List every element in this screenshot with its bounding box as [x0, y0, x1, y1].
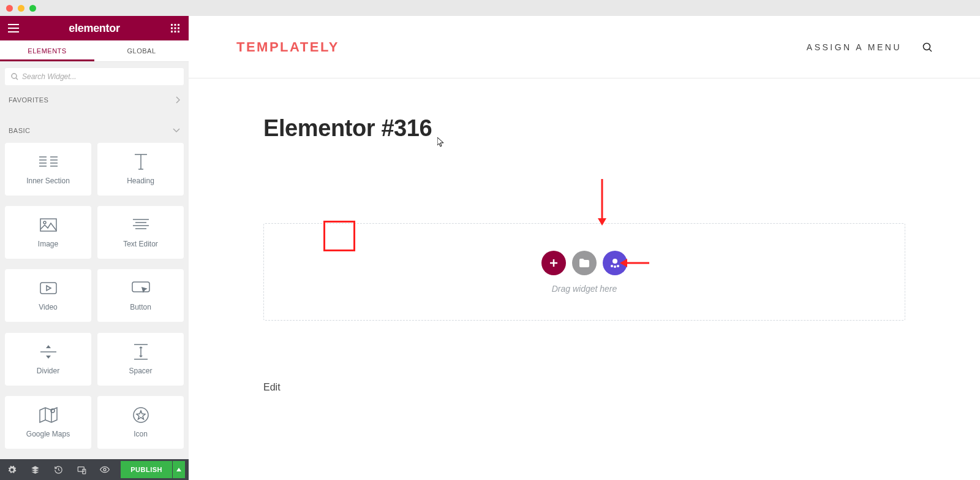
elementor-logo: elementor	[69, 22, 119, 35]
widget-text-editor[interactable]: Text Editor	[97, 206, 184, 259]
plus-icon	[549, 258, 559, 268]
widget-heading[interactable]: Heading	[97, 143, 184, 196]
site-brand[interactable]: TEMPLATELY	[236, 39, 339, 55]
svg-rect-2	[178, 24, 179, 26]
heading-icon	[132, 153, 149, 170]
widget-label: Text Editor	[123, 240, 158, 248]
widget-label: Spacer	[129, 367, 152, 375]
svg-point-43	[612, 259, 617, 264]
site-search-button[interactable]	[922, 42, 932, 52]
section-favorites[interactable]: FAVORITES	[0, 88, 189, 112]
responsive-button[interactable]	[70, 459, 93, 480]
maximize-window-icon[interactable]	[29, 5, 36, 12]
section-basic[interactable]: BASIC	[0, 112, 189, 143]
tab-global[interactable]: GLOBAL	[94, 40, 189, 61]
site-header: TEMPLATELY ASSIGN A MENU	[189, 16, 980, 78]
widget-label: Icon	[134, 430, 148, 438]
svg-point-44	[611, 265, 613, 267]
widget-divider[interactable]: Divider	[5, 333, 91, 386]
svg-point-9	[12, 74, 17, 78]
annotation-arrow-down-icon	[598, 179, 606, 226]
add-section-buttons	[541, 251, 627, 275]
svg-rect-1	[174, 24, 176, 26]
add-section-button[interactable]	[541, 251, 566, 275]
navigator-button[interactable]	[23, 459, 47, 480]
widgets-grid: Inner Section Heading Image Text Editor …	[0, 143, 189, 459]
svg-point-45	[614, 265, 616, 268]
gear-icon	[7, 465, 17, 474]
publish-options-button[interactable]	[173, 461, 185, 478]
svg-rect-5	[178, 28, 179, 29]
svg-line-10	[16, 78, 18, 80]
edit-link[interactable]: Edit	[263, 382, 281, 393]
window-chrome	[0, 0, 980, 16]
widget-label: Heading	[127, 177, 154, 185]
svg-rect-3	[171, 28, 173, 29]
svg-rect-7	[174, 31, 176, 32]
elementor-sidebar: elementor ELEMENTS GLOBAL Search Widget.…	[0, 16, 189, 480]
svg-rect-8	[178, 31, 179, 32]
close-window-icon[interactable]	[6, 5, 13, 12]
widget-google-maps[interactable]: Google Maps	[5, 396, 91, 449]
svg-line-42	[929, 49, 932, 51]
tab-elements[interactable]: ELEMENTS	[0, 40, 94, 61]
publish-label: PUBLISH	[130, 466, 162, 473]
page-body: Elementor #316 Drag widget here	[189, 78, 980, 393]
map-icon	[39, 406, 58, 424]
devices-icon	[77, 465, 86, 474]
search-input[interactable]: Search Widget...	[5, 68, 184, 85]
eye-icon	[100, 466, 110, 473]
annotation-highlight	[323, 221, 355, 251]
svg-rect-0	[171, 24, 173, 26]
settings-button[interactable]	[0, 459, 23, 480]
widget-label: Video	[39, 303, 57, 311]
chevron-right-icon	[175, 96, 180, 104]
chevron-down-icon	[173, 128, 180, 133]
cursor-icon	[437, 137, 445, 147]
history-button[interactable]	[47, 459, 70, 480]
apps-grid-button[interactable]	[169, 22, 181, 34]
hamburger-menu-button[interactable]	[7, 22, 20, 34]
svg-rect-28	[40, 283, 56, 294]
layers-icon	[31, 465, 40, 474]
widget-label: Inner Section	[26, 177, 70, 185]
search-wrap: Search Widget...	[0, 62, 189, 88]
divider-icon	[40, 343, 56, 360]
widget-icon[interactable]: Icon	[97, 396, 184, 449]
svg-rect-4	[174, 28, 176, 29]
star-icon	[133, 406, 149, 424]
search-placeholder: Search Widget...	[22, 72, 77, 81]
assign-menu-link[interactable]: ASSIGN A MENU	[807, 42, 902, 52]
page-title: Elementor #316	[263, 115, 905, 142]
folder-icon	[579, 258, 590, 268]
search-icon	[922, 42, 932, 52]
panel-tabs: ELEMENTS GLOBAL	[0, 40, 189, 62]
sidebar-footer: PUBLISH	[0, 459, 189, 480]
annotation-arrow-left-icon	[620, 259, 649, 267]
section-basic-label: BASIC	[9, 127, 31, 134]
svg-point-46	[617, 265, 619, 267]
history-icon	[54, 465, 63, 474]
minimize-window-icon[interactable]	[18, 5, 24, 12]
svg-rect-22	[40, 219, 56, 231]
preview-button[interactable]	[93, 459, 116, 480]
templately-icon	[609, 257, 621, 269]
video-icon	[40, 280, 57, 297]
widget-inner-section[interactable]: Inner Section	[5, 143, 91, 196]
widget-spacer[interactable]: Spacer	[97, 333, 184, 386]
section-favorites-label: FAVORITES	[9, 96, 48, 104]
svg-point-23	[43, 221, 46, 224]
publish-button[interactable]: PUBLISH	[121, 461, 172, 478]
svg-point-40	[104, 468, 106, 471]
drop-area[interactable]: Drag widget here	[263, 223, 905, 321]
sidebar-header: elementor	[0, 16, 189, 40]
editor-canvas: TEMPLATELY ASSIGN A MENU Elementor #316	[189, 16, 980, 480]
spacer-icon	[134, 343, 148, 360]
svg-rect-29	[132, 282, 149, 292]
widget-image[interactable]: Image	[5, 206, 91, 259]
widget-video[interactable]: Video	[5, 269, 91, 322]
template-library-button[interactable]	[572, 251, 597, 275]
svg-rect-6	[171, 31, 173, 32]
widget-label: Divider	[37, 367, 59, 375]
widget-button[interactable]: Button	[97, 269, 184, 322]
